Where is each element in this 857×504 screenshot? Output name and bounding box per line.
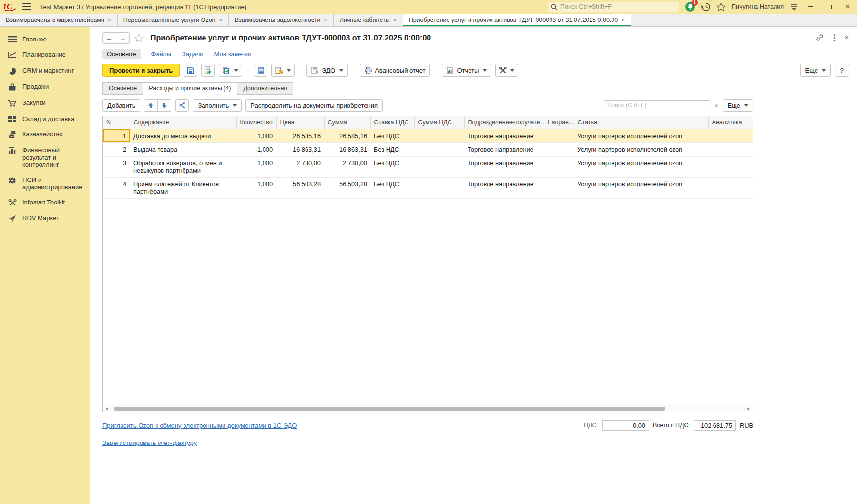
notifications-button[interactable]: 1 xyxy=(685,1,695,12)
doc-nav-link-0[interactable]: Основное xyxy=(102,49,141,59)
cell-qty[interactable]: 1,000 xyxy=(236,143,276,157)
form-tab-0[interactable]: Основное xyxy=(102,82,143,95)
table-search-input[interactable] xyxy=(604,100,710,111)
move-row-up-button[interactable] xyxy=(144,99,158,112)
close-tab-icon[interactable]: × xyxy=(324,17,327,23)
cell-content[interactable]: Обработка возвратов, отмен и невыкупов п… xyxy=(130,157,236,178)
sidebar-item-3[interactable]: Продажи xyxy=(0,79,90,95)
cell-n[interactable]: 4 xyxy=(103,178,130,199)
window-tab-0[interactable]: Взаиморасчеты с маркетплейсами× xyxy=(0,14,118,26)
column-header-content[interactable]: Содержание xyxy=(130,116,236,129)
column-header-analytics[interactable]: Аналитика xyxy=(708,116,753,129)
total-value-field[interactable]: 102 681,75 xyxy=(694,420,736,431)
sidebar-item-10[interactable]: RDV Маркет xyxy=(0,210,90,226)
cell-article[interactable]: Услуги партеров исполнетелей ozon xyxy=(574,129,708,143)
forward-button[interactable]: → xyxy=(116,32,130,44)
current-user[interactable]: Пичугина Наталия xyxy=(732,3,784,10)
form-more-button[interactable]: Еще xyxy=(800,64,831,77)
favorite-star-icon[interactable] xyxy=(134,33,143,43)
close-window-button[interactable]: × xyxy=(841,2,854,12)
post-document-button[interactable] xyxy=(201,64,215,77)
cell-qty[interactable]: 1,000 xyxy=(236,178,276,199)
cell-price[interactable]: 2 730,00 xyxy=(276,157,324,178)
cell-price[interactable]: 56 503,28 xyxy=(276,178,324,199)
cell-sum[interactable]: 16 863,31 xyxy=(324,143,370,157)
save-button[interactable] xyxy=(184,64,197,77)
column-header-sum[interactable]: Сумма xyxy=(324,116,370,129)
form-tab-2[interactable]: Дополнительно xyxy=(237,82,293,95)
cell-direction[interactable] xyxy=(544,178,574,199)
favorites-star-icon[interactable] xyxy=(716,2,726,12)
window-tab-2[interactable]: Взаимозачеты задолженности× xyxy=(229,14,334,26)
sidebar-item-6[interactable]: Казначейство xyxy=(0,126,90,142)
sidebar-item-2[interactable]: CRM и маркетинг xyxy=(0,63,90,79)
cell-analytics[interactable] xyxy=(708,143,753,157)
cell-article[interactable]: Услуги партеров исполнетелей ozon xyxy=(574,143,708,157)
cell-vat_rate[interactable]: Без НДС xyxy=(370,143,414,157)
cell-analytics[interactable] xyxy=(708,178,753,199)
cell-n[interactable]: 3 xyxy=(103,157,130,178)
cell-analytics[interactable] xyxy=(708,157,753,178)
cell-n[interactable]: 1 xyxy=(103,129,130,143)
cell-qty[interactable]: 1,000 xyxy=(236,157,276,178)
fill-button[interactable]: Заполнить xyxy=(193,99,242,112)
column-header-qty[interactable]: Количество xyxy=(236,116,276,129)
scroll-right-icon[interactable]: ► xyxy=(746,406,752,411)
sidebar-item-5[interactable]: Склад и доставка xyxy=(0,111,90,126)
column-header-article[interactable]: Статья xyxy=(574,116,708,129)
doc-nav-link-1[interactable]: Файлы xyxy=(151,50,171,58)
cell-vat_sum[interactable] xyxy=(414,143,464,157)
sidebar-item-7[interactable]: Финансовый результат и контроллинг xyxy=(0,142,90,172)
cell-price[interactable]: 26 585,16 xyxy=(276,129,324,143)
doc-nav-link-3[interactable]: Мои заметки xyxy=(214,50,252,58)
cell-vat_sum[interactable] xyxy=(414,129,464,143)
cell-analytics[interactable] xyxy=(708,129,753,143)
sidebar-item-0[interactable]: Главное xyxy=(0,32,90,47)
share-button[interactable] xyxy=(175,99,189,112)
cell-sum[interactable]: 56 503,28 xyxy=(324,178,370,199)
advance-report-button[interactable]: Авансовый отчет xyxy=(360,64,430,77)
cell-sum[interactable]: 2 730,00 xyxy=(324,157,370,178)
clear-search-icon[interactable]: × xyxy=(713,102,720,109)
close-tab-icon[interactable]: × xyxy=(219,17,223,23)
change-form-button[interactable] xyxy=(495,64,518,77)
cell-content[interactable]: Выдача товара xyxy=(130,143,236,157)
cell-article[interactable]: Услуги партеров исполнетелей ozon xyxy=(574,178,708,199)
cell-content[interactable]: Доставка до места выдачи xyxy=(130,129,236,143)
help-button[interactable]: ? xyxy=(835,64,849,77)
cell-department[interactable]: Торговое направление xyxy=(464,129,544,143)
reports-button[interactable]: Отчеты xyxy=(442,64,491,77)
table-row-2[interactable]: 2Выдача товара1,00016 863,3116 863,31Без… xyxy=(103,143,753,157)
cell-department[interactable]: Торговое направление xyxy=(464,143,544,157)
column-header-direction[interactable]: Направ… xyxy=(544,116,574,129)
horizontal-scrollbar[interactable]: ◄ ► xyxy=(103,405,753,412)
cell-price[interactable]: 16 863,31 xyxy=(276,143,324,157)
global-search-input[interactable]: Поиск Ctrl+Shift+F xyxy=(548,2,679,12)
column-header-n[interactable]: N xyxy=(103,116,130,129)
post-and-close-button[interactable]: Провести и закрыть xyxy=(102,64,180,77)
column-header-vat_rate[interactable]: Ставка НДС xyxy=(370,116,414,129)
cell-department[interactable]: Торговое направление xyxy=(464,178,544,199)
cell-vat_sum[interactable] xyxy=(414,157,464,178)
window-tab-1[interactable]: Перевыставленные услуги Ozon× xyxy=(118,14,229,26)
service-settings-icon[interactable] xyxy=(790,3,798,11)
distribute-button[interactable]: Распределить на документы приобретения xyxy=(245,99,383,112)
column-header-department[interactable]: Подразделение-получате… xyxy=(464,116,544,129)
cell-department[interactable]: Торговое направление xyxy=(464,157,544,178)
edo-invite-link[interactable]: Пригласить Ozon к обмену электронными до… xyxy=(102,422,297,429)
get-link-icon[interactable] xyxy=(816,33,824,42)
close-tab-icon[interactable]: × xyxy=(393,17,397,23)
cell-direction[interactable] xyxy=(544,143,574,157)
add-row-button[interactable]: Добавить xyxy=(102,99,140,112)
sidebar-item-8[interactable]: НСИ и администрирование xyxy=(0,172,90,195)
maximize-button[interactable] xyxy=(823,2,836,12)
table-more-button[interactable]: Еще xyxy=(723,99,753,112)
form-tab-1[interactable]: Расходы и прочие активы (4) xyxy=(143,82,237,95)
cell-vat_sum[interactable] xyxy=(414,178,464,199)
close-tab-icon[interactable]: × xyxy=(621,17,625,23)
sidebar-item-4[interactable]: Закупки xyxy=(0,95,90,111)
scroll-left-icon[interactable]: ◄ xyxy=(104,406,110,411)
scrollbar-thumb[interactable] xyxy=(114,407,665,411)
cell-n[interactable]: 2 xyxy=(103,143,130,157)
register-invoice-link[interactable]: Зарегистрировать счет-фактуру xyxy=(102,439,197,446)
